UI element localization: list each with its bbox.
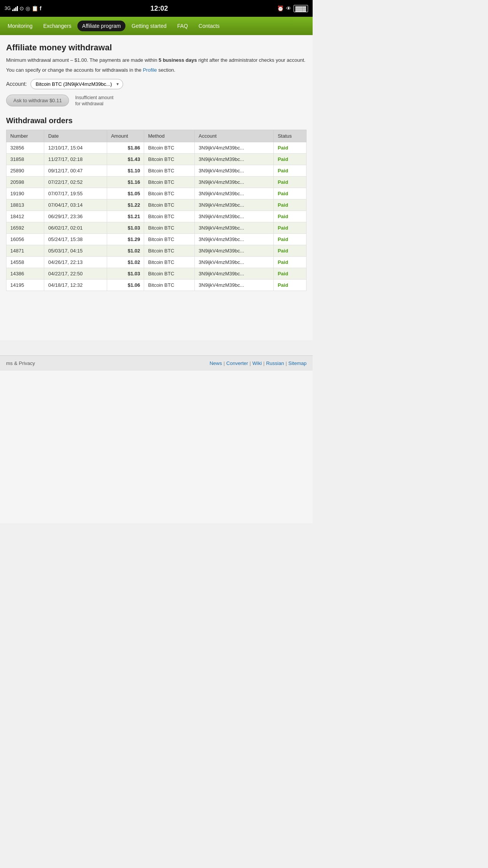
cell-status: Paid <box>274 154 307 165</box>
cell-status: Paid <box>274 165 307 177</box>
signal-icon <box>12 6 18 11</box>
cell-date: 09/12/17, 00:47 <box>44 165 107 177</box>
desc-bold: 5 business days <box>159 57 197 63</box>
footer-link-russian[interactable]: Russian <box>266 360 284 366</box>
cell-status: Paid <box>274 257 307 268</box>
cell-status: Paid <box>274 234 307 245</box>
cell-account: 3N9ijkV4mzM39bc... <box>195 188 274 199</box>
insufficient-notice: Insufficient amount for withdrawal <box>75 95 114 108</box>
account-select[interactable]: Bitcoin BTC (3N9ijkV4mzM39bc...) <box>30 79 123 89</box>
footer-link-wiki[interactable]: Wiki <box>252 360 262 366</box>
profile-note-after: section. <box>157 67 175 73</box>
table-row: 14871 05/03/17, 04:15 $1.02 Bitcoin BTC … <box>6 245 307 257</box>
footer-link-news[interactable]: News <box>210 360 222 366</box>
cell-date: 06/29/17, 23:36 <box>44 211 107 222</box>
nav-bar: Monitoring Exchangers Affiliate program … <box>0 17 313 35</box>
table-row: 14558 04/26/17, 22:13 $1.02 Bitcoin BTC … <box>6 257 307 268</box>
cell-method: Bitcoin BTC <box>144 234 195 245</box>
cell-method: Bitcoin BTC <box>144 188 195 199</box>
table-row: 14386 04/22/17, 22:50 $1.03 Bitcoin BTC … <box>6 268 307 280</box>
alarm-icon: ⏰ <box>277 5 284 11</box>
cell-date: 07/04/17, 03:14 <box>44 199 107 211</box>
cell-account: 3N9ijkV4mzM39bc... <box>195 268 274 280</box>
bottom-space <box>0 371 313 523</box>
cell-date: 05/03/17, 04:15 <box>44 245 107 257</box>
account-select-wrapper[interactable]: Bitcoin BTC (3N9ijkV4mzM39bc...) <box>30 79 123 89</box>
cell-method: Bitcoin BTC <box>144 222 195 234</box>
cell-method: Bitcoin BTC <box>144 154 195 165</box>
footer-link-converter[interactable]: Converter <box>226 360 248 366</box>
cell-account: 3N9ijkV4mzM39bc... <box>195 177 274 188</box>
cell-status: Paid <box>274 211 307 222</box>
table-row: 14195 04/18/17, 12:32 $1.06 Bitcoin BTC … <box>6 280 307 291</box>
cell-amount: $1.10 <box>107 165 144 177</box>
cell-amount: $1.16 <box>107 177 144 188</box>
section-title: Withdrawal orders <box>6 116 307 125</box>
col-account: Account <box>195 130 274 142</box>
cell-method: Bitcoin BTC <box>144 211 195 222</box>
table-row: 20598 07/22/17, 02:52 $1.16 Bitcoin BTC … <box>6 177 307 188</box>
status-right: ⏰ 👁 ▓▓▓ <box>277 5 308 12</box>
cell-method: Bitcoin BTC <box>144 245 195 257</box>
table-row: 31858 11/27/17, 02:18 $1.43 Bitcoin BTC … <box>6 154 307 165</box>
nav-item-getting-started[interactable]: Getting started <box>127 21 171 31</box>
cell-amount: $1.03 <box>107 268 144 280</box>
cell-method: Bitcoin BTC <box>144 268 195 280</box>
profile-link[interactable]: Profile <box>143 67 157 73</box>
cell-date: 07/22/17, 02:52 <box>44 177 107 188</box>
col-status: Status <box>274 130 307 142</box>
table-body: 32856 12/10/17, 15:04 $1.86 Bitcoin BTC … <box>6 142 307 291</box>
cell-account: 3N9ijkV4mzM39bc... <box>195 257 274 268</box>
table-row: 32856 12/10/17, 15:04 $1.86 Bitcoin BTC … <box>6 142 307 154</box>
cell-method: Bitcoin BTC <box>144 257 195 268</box>
cell-amount: $1.03 <box>107 222 144 234</box>
clipboard-icon: 📋 <box>32 5 38 11</box>
cell-method: Bitcoin BTC <box>144 199 195 211</box>
network-label: 3G <box>5 6 11 11</box>
description-text: Minimum withdrawal amount – $1.00. The p… <box>6 56 307 64</box>
cell-account: 3N9ijkV4mzM39bc... <box>195 199 274 211</box>
cell-date: 07/07/17, 19:55 <box>44 188 107 199</box>
cell-account: 3N9ijkV4mzM39bc... <box>195 222 274 234</box>
cell-amount: $1.43 <box>107 154 144 165</box>
nav-item-affiliate[interactable]: Affiliate program <box>77 21 125 31</box>
footer: ms & Privacy News | Converter | Wiki | R… <box>0 355 313 371</box>
battery-icon: ▓▓▓ <box>294 5 308 12</box>
cell-status: Paid <box>274 142 307 154</box>
cell-status: Paid <box>274 177 307 188</box>
withdraw-row: Ask to withdraw $0.11 Insufficient amoun… <box>6 95 307 108</box>
cell-method: Bitcoin BTC <box>144 142 195 154</box>
status-left: 3G ⊙ ◎ 📋 f <box>5 5 42 11</box>
cell-method: Bitcoin BTC <box>144 280 195 291</box>
withdrawal-table: Number Date Amount Method Account Status… <box>6 130 307 291</box>
cell-number: 25890 <box>6 165 44 177</box>
table-header: Number Date Amount Method Account Status <box>6 130 307 142</box>
cell-status: Paid <box>274 280 307 291</box>
chrome-icon: ◎ <box>26 5 30 11</box>
nav-item-faq[interactable]: FAQ <box>173 21 193 31</box>
withdraw-button[interactable]: Ask to withdraw $0.11 <box>6 95 69 106</box>
time-display: 12:02 <box>151 5 168 13</box>
cell-date: 04/18/17, 12:32 <box>44 280 107 291</box>
insufficient-line1: Insufficient amount <box>75 95 114 101</box>
cell-method: Bitcoin BTC <box>144 165 195 177</box>
footer-terms: ms & Privacy <box>6 360 35 366</box>
eye-icon: 👁 <box>286 5 291 11</box>
cell-number: 14386 <box>6 268 44 280</box>
cell-date: 11/27/17, 02:18 <box>44 154 107 165</box>
cell-date: 04/26/17, 22:13 <box>44 257 107 268</box>
table-row: 19190 07/07/17, 19:55 $1.05 Bitcoin BTC … <box>6 188 307 199</box>
footer-link-sitemap[interactable]: Sitemap <box>288 360 307 366</box>
nav-item-monitoring[interactable]: Monitoring <box>3 21 37 31</box>
cell-status: Paid <box>274 199 307 211</box>
table-row: 16056 05/24/17, 15:38 $1.29 Bitcoin BTC … <box>6 234 307 245</box>
cell-amount: $1.06 <box>107 280 144 291</box>
cell-number: 16056 <box>6 234 44 245</box>
desc-after: right after the administrator checks you… <box>197 57 306 63</box>
nav-item-contacts[interactable]: Contacts <box>194 21 224 31</box>
cell-amount: $1.02 <box>107 257 144 268</box>
cell-account: 3N9ijkV4mzM39bc... <box>195 142 274 154</box>
cell-method: Bitcoin BTC <box>144 177 195 188</box>
desc-before: Minimum withdrawal amount – $1.00. The p… <box>6 57 159 63</box>
nav-item-exchangers[interactable]: Exchangers <box>39 21 76 31</box>
